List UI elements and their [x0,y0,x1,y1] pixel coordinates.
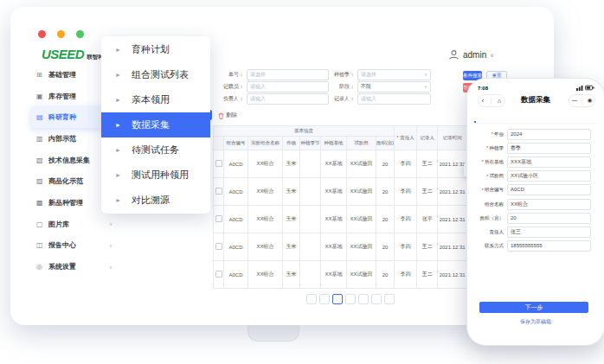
cell-zuhebianhao: A0CD [224,206,248,233]
form-label: 面积（亩） [472,215,504,221]
form-row: *年份 2024 [472,127,599,141]
cell-zuhemingcheng: XX组合 [248,150,283,178]
cell-zuhemingcheng: XX组合 [248,233,283,261]
close-window-icon[interactable] [38,30,46,38]
filter-input-jiluren[interactable]: 请输入 [357,93,431,105]
flyout-menu-item[interactable]: ► 待测试任务 [101,137,210,163]
pagination-item[interactable] [319,294,330,304]
table-group-header: 基本信息 [214,126,395,137]
form-input[interactable]: 2024 [507,129,591,140]
form-input[interactable]: XXX基地 [507,156,591,168]
save-draft-link[interactable]: 保存为草稿箱 [467,318,604,326]
miniprogram-capsule: — ◉ [569,94,595,107]
form-label: *年份 [472,131,504,137]
sidebar-item-icon: ◎ [36,263,44,271]
filter-label-zhongzhiji: 种植季： [322,69,355,80]
flyout-menu-item[interactable]: ► 亲本领用 [101,87,210,112]
cell-zerenren: 李四 [395,150,417,178]
cell-zerenren: 李四 [395,178,417,206]
flyout-menu-item[interactable]: ► 育种计划 [101,37,210,62]
minimize-window-icon[interactable] [57,30,65,38]
cell-zuhebianhao: A0CD [224,261,248,289]
cell-zuhebianhao: A0CD [224,178,248,206]
delete-button[interactable]: 删除 [218,112,237,119]
filter-select-jieduan[interactable]: 不限∨ [357,81,431,93]
sidebar-item[interactable]: ▢ 图片库 ∨ [31,214,118,235]
form-input[interactable]: 春季 [507,143,591,154]
more-icon[interactable]: — [572,98,578,104]
row-checkbox[interactable] [215,271,222,278]
cell-zhongzhijidi: XX基地 [321,261,347,289]
form-label: *种植季 [472,145,504,151]
sidebar-item-label: 图片库 [48,220,69,229]
filter-input-fuzeren[interactable]: 请输入 [247,93,329,105]
flyout-item-label: 育种计划 [132,43,170,56]
sidebar-item-icon: ▢ [36,220,44,228]
sidebar-item[interactable]: ◫ 报告中心 ∨ [31,235,118,257]
pagination-item[interactable] [371,294,382,304]
filter-select-zhongzhiji[interactable]: 请选择∨ [357,69,431,80]
sidebar-item-icon: ▨ [36,177,44,185]
filter-input-danhao[interactable]: 请选择 [247,69,329,80]
maximize-window-icon[interactable] [76,30,84,38]
column-header-shiyantian: 试验田 [347,137,376,150]
pagination-item[interactable] [345,294,356,304]
form-input[interactable]: 20 [507,213,591,224]
status-time: 7:08 [478,86,488,91]
cell-mianji: 20 [376,261,395,289]
row-checkbox-cell[interactable] [214,206,224,233]
sidebar-item[interactable]: ◎ 系统设置 ∨ [31,256,118,278]
form-input[interactable]: 张三 [507,227,591,238]
form-input[interactable]: 18555555555 [507,240,591,252]
row-checkbox-cell[interactable] [214,150,224,178]
sidebar-item-label: 科研育种 [48,112,76,122]
cell-zuowu: 玉米 [283,233,300,261]
phone-tab[interactable] [535,112,537,123]
trash-icon [218,112,224,119]
pagination-item[interactable] [332,294,343,304]
flyout-item-label: 数据采集 [132,118,170,131]
cell-mianji: 20 [376,206,395,233]
cell-shiyantian: XX试验田 [347,261,376,289]
sidebar-item-label: 技术信息采集 [48,156,90,165]
sidebar-item-label: 库存管理 [48,92,76,101]
chevron-down-icon: ∨ [424,82,427,92]
flyout-menu-item[interactable]: ► 组合测试列表 [101,62,210,87]
form-input[interactable]: A0CD [507,184,591,195]
sidebar-item-label: 系统设置 [48,262,76,271]
form-row: *试验田 XX试验小区 [472,169,599,183]
column-header-zuhebianhao: 组合编号 [224,137,248,150]
row-checkbox[interactable] [215,243,222,250]
row-checkbox-cell[interactable] [214,178,224,206]
phone-tab[interactable] [474,112,476,123]
row-checkbox[interactable] [215,188,222,195]
row-checkbox-cell[interactable] [214,233,224,261]
cell-zuhemingcheng: XX组合 [248,261,283,289]
cell-jiluren: 王二 [417,178,438,206]
pagination-item[interactable] [384,294,395,304]
form-row: 面积（亩） 20 [472,211,599,225]
form-input[interactable]: XX组合 [507,199,591,210]
row-checkbox[interactable] [215,160,222,167]
column-header-zuowu: 作物 [283,137,300,150]
filter-input-jizaiyuan[interactable]: 请输入 [247,81,329,93]
flyout-menu-item[interactable]: ► 测试用种领用 [101,163,210,188]
row-checkbox[interactable] [215,215,222,222]
pagination-item[interactable] [358,294,369,304]
cell-zhongzhijijie [300,178,321,206]
next-step-button[interactable]: 下一步 [479,302,588,313]
user-avatar-icon [448,49,459,61]
pagination-item[interactable] [306,294,317,304]
column-header-zhongzhijijie: 种植季节 [300,137,321,150]
cell-zuowu: 玉米 [283,206,300,233]
close-circle-icon[interactable]: ◉ [588,98,593,104]
flyout-menu-item[interactable]: ► 对比溯源 [101,188,210,213]
user-menu[interactable]: admin ∨ [448,49,494,61]
flyout-item-label: 对比溯源 [132,194,170,207]
row-checkbox-cell[interactable] [214,261,224,289]
flyout-menu-item[interactable]: ► 数据采集 [101,112,210,137]
filter-label-jiluren: 记录人： [322,93,355,104]
submenu-arrow-icon: ► [115,172,121,178]
form-input[interactable]: XX试验小区 [507,170,591,182]
phone-tab[interactable] [595,112,597,123]
